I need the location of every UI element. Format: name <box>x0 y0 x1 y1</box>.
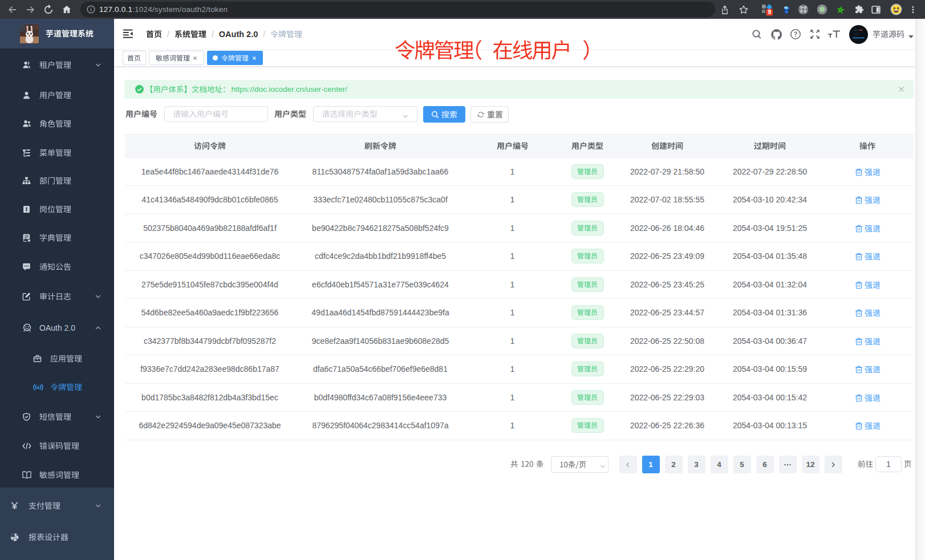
svg-text:9: 9 <box>768 9 771 15</box>
